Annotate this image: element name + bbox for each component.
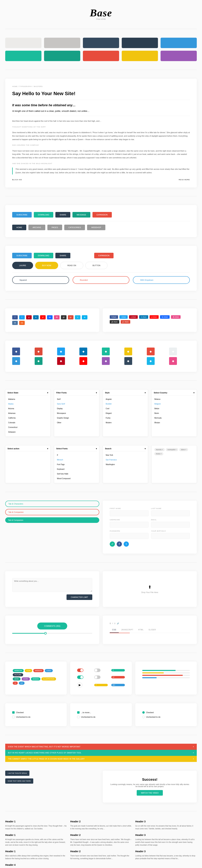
button[interactable]: DOWNLOAD (72, 253, 92, 258)
social-pill[interactable]: p share (129, 315, 138, 319)
button[interactable]: SHARE (55, 212, 70, 218)
social-square[interactable]: ◆ (57, 357, 65, 365)
social-square[interactable]: ◆ (169, 347, 177, 355)
play-icon[interactable]: ▶ (77, 682, 82, 688)
pill-button[interactable]: READ ON (60, 262, 83, 269)
format-underline-icon[interactable]: U (114, 623, 115, 624)
username-field[interactable] (110, 522, 149, 528)
social-pill[interactable]: t share (120, 315, 128, 319)
close-icon[interactable]: × (193, 758, 194, 760)
tag[interactable]: WEBICON (13, 669, 24, 672)
dropdown[interactable]: Select Country▾BelarusBelgiumBelizeBenin… (151, 390, 197, 437)
tag[interactable]: UX (19, 682, 25, 685)
social-square[interactable]: ◆ (57, 347, 65, 355)
dropdown[interactable]: Select Fonts▾IfMenschFont TagsKeyboardSe… (54, 445, 99, 483)
tag[interactable]: UI (13, 682, 18, 685)
tab[interactable]: JAVASCRIPT (119, 627, 136, 633)
tag[interactable]: DESIGN (31, 677, 41, 681)
tw-icon[interactable]: t (124, 541, 129, 547)
comment-input[interactable] (12, 578, 92, 592)
button[interactable]: SHARE (55, 253, 70, 258)
social-gh-icon[interactable]: gh (61, 315, 67, 319)
button[interactable]: ARCHIVE (28, 225, 45, 230)
pill-button[interactable]: LAURIE (12, 262, 33, 269)
social-pill[interactable]: gh share (110, 320, 119, 323)
button[interactable]: EXPANSION (93, 212, 112, 218)
social-vk-icon[interactable]: vk (12, 321, 18, 325)
social-pill[interactable]: g+ share (121, 320, 130, 323)
format-link-icon[interactable]: 🔗 (117, 623, 119, 624)
toggle-1[interactable] (77, 669, 83, 672)
social-be-icon[interactable]: be (47, 315, 53, 319)
toggle-4[interactable] (94, 676, 100, 679)
dropdown[interactable]: Search▾New YorkSan FranciscoWashington (103, 445, 148, 483)
tag[interactable]: LOGO (45, 669, 53, 672)
tab[interactable]: CSS (110, 627, 119, 633)
social-pill[interactable]: db share (171, 315, 181, 319)
social-pill[interactable]: in share (139, 315, 148, 319)
outline-button[interactable]: Squared (12, 276, 69, 284)
button[interactable]: MESSAGE (72, 212, 90, 218)
social-p-icon[interactable]: p (26, 315, 32, 319)
birthday-field[interactable] (151, 533, 190, 539)
article-readmore[interactable]: READ MORE (179, 179, 190, 181)
tab[interactable]: HTML (136, 627, 146, 633)
social-rss-icon[interactable]: rss (19, 321, 25, 325)
close-icon[interactable]: × (193, 752, 194, 754)
social-pill[interactable]: be share (160, 315, 170, 319)
social-square[interactable]: ◆ (35, 357, 43, 365)
tag[interactable]: WORK (22, 677, 30, 681)
comment-btn[interactable]: CHARACTER LIMIT (67, 594, 92, 600)
comments-btn[interactable]: COMMENTS (355) (37, 623, 68, 629)
social-pill[interactable]: yt share (150, 315, 159, 319)
social-db-icon[interactable]: db (54, 315, 59, 319)
button[interactable]: DOWNLOAD (34, 253, 53, 258)
pill-input-3[interactable]: Tab & Companion (5, 517, 99, 523)
outline-button[interactable]: With Dropdown (133, 276, 190, 284)
social-t-icon[interactable]: t (19, 315, 25, 319)
button[interactable]: CATEGORIES (64, 225, 85, 230)
social-square[interactable]: ◆ (35, 347, 43, 355)
pill-input-1[interactable]: Tab & Characters (5, 501, 99, 507)
social-square[interactable]: ◆ (79, 347, 87, 355)
button[interactable]: HOME (12, 225, 26, 230)
button[interactable]: WEBSHOP (87, 225, 105, 230)
dropdown[interactable]: Filter Fonts▾SerifSans SerifDisplayMonos… (54, 390, 99, 437)
social-v-icon[interactable]: v (75, 315, 80, 319)
social-square[interactable]: ◆ (102, 347, 110, 355)
fb-icon[interactable]: f (117, 541, 122, 547)
tag[interactable]: ICON (25, 669, 32, 672)
tab[interactable]: SLIDER (146, 627, 158, 633)
social-in-icon[interactable]: in (33, 315, 39, 319)
first-name-field[interactable] (110, 510, 149, 516)
social-square[interactable]: ◆ (169, 357, 177, 365)
toggle-3[interactable] (77, 676, 83, 679)
tag[interactable]: PICTURE (13, 673, 23, 676)
button[interactable]: SUBSCRIBE (12, 253, 32, 258)
dropdown[interactable]: Select State▾AlabamaAlaskaArizonaArkansa… (5, 390, 51, 437)
format-bold-icon[interactable]: B (110, 623, 111, 624)
email-field[interactable] (151, 522, 190, 528)
success-btn[interactable]: WATCH THE VIDEO (137, 790, 162, 796)
tag[interactable]: WEBSITE (33, 669, 44, 672)
social-pill[interactable]: f share (110, 315, 118, 319)
social-square[interactable]: ◆ (147, 357, 155, 365)
social-square[interactable]: ◆ (102, 357, 110, 365)
social-square[interactable]: ◆ (147, 347, 155, 355)
social-sk-icon[interactable]: sk (82, 315, 87, 319)
social-square[interactable]: ◆ (79, 357, 87, 365)
social-g+-icon[interactable]: g+ (68, 315, 74, 319)
last-name-field[interactable] (151, 510, 190, 516)
outline-button[interactable]: Rounded (73, 276, 130, 284)
button[interactable]: DOWNLOAD (34, 212, 53, 218)
tag[interactable]: DESK (13, 677, 21, 681)
pill-input-2[interactable]: Tab & Companion (5, 509, 99, 515)
dropdown[interactable]: Style▾AngularBookletCoolElegantFunkyMode… (103, 390, 148, 437)
password-field[interactable] (110, 533, 149, 539)
format-italic-icon[interactable]: I (112, 623, 113, 624)
social-square[interactable]: ◆ (124, 357, 132, 365)
tag[interactable]: ILLUSTRATION (42, 677, 56, 681)
social-f-icon[interactable]: f (12, 315, 18, 319)
toggle-2[interactable] (94, 669, 100, 672)
button[interactable]: SUBSCRIBE (12, 212, 32, 218)
